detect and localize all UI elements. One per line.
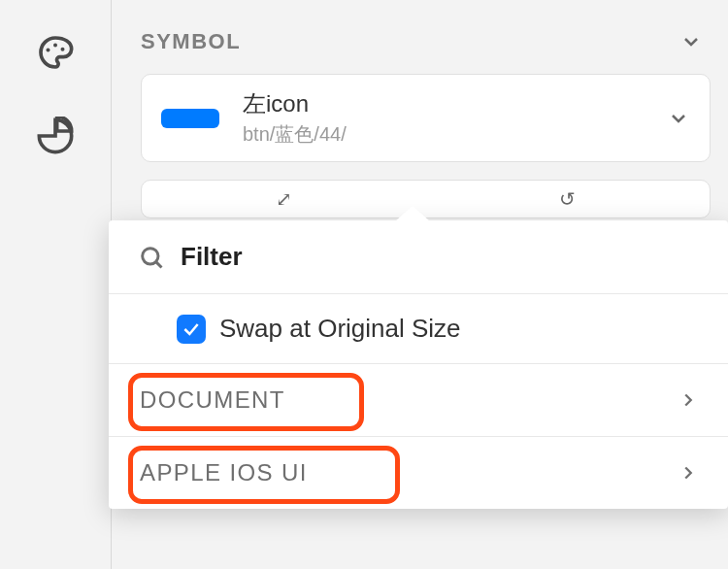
svg-point-0 xyxy=(47,49,50,52)
source-item-apple-ios-ui[interactable]: APPLE IOS UI xyxy=(109,437,728,509)
chevron-right-icon xyxy=(678,462,699,484)
swap-size-row[interactable]: Swap at Original Size xyxy=(109,294,728,364)
search-icon xyxy=(138,244,165,271)
source-label: DOCUMENT xyxy=(140,386,285,414)
symbol-path: btn/蓝色/44/ xyxy=(243,121,644,148)
symbol-swap-popover: Swap at Original Size DOCUMENT APPLE IOS… xyxy=(109,220,728,509)
symbol-section-title: SYMBOL xyxy=(141,29,241,54)
checkmark-icon xyxy=(182,319,201,339)
svg-line-4 xyxy=(156,261,162,267)
chevron-right-icon xyxy=(678,389,699,411)
symbol-name: 左icon xyxy=(243,88,644,119)
swap-size-checkbox[interactable] xyxy=(177,315,206,344)
symbol-instance-row[interactable]: 左icon btn/蓝色/44/ xyxy=(141,74,711,162)
source-item-document[interactable]: DOCUMENT xyxy=(109,364,728,437)
source-label: APPLE IOS UI xyxy=(140,459,308,486)
left-sidebar xyxy=(0,0,112,569)
reset-icon: ↺ xyxy=(559,187,576,211)
svg-point-1 xyxy=(53,44,57,48)
chevron-down-icon xyxy=(667,107,690,130)
swap-size-label: Swap at Original Size xyxy=(219,314,461,344)
symbol-info: 左icon btn/蓝色/44/ xyxy=(243,88,644,148)
palette-icon[interactable] xyxy=(32,29,79,76)
symbol-thumbnail xyxy=(161,109,219,128)
pie-chart-icon[interactable] xyxy=(32,113,79,159)
popover-arrow xyxy=(395,206,430,221)
chevron-down-icon xyxy=(679,30,703,53)
svg-point-3 xyxy=(143,248,158,263)
filter-input[interactable] xyxy=(181,242,699,272)
svg-point-2 xyxy=(61,48,65,51)
detach-icon: ⤢ xyxy=(276,187,292,211)
filter-row[interactable] xyxy=(109,220,728,294)
symbol-section-header[interactable]: SYMBOL xyxy=(141,0,711,74)
